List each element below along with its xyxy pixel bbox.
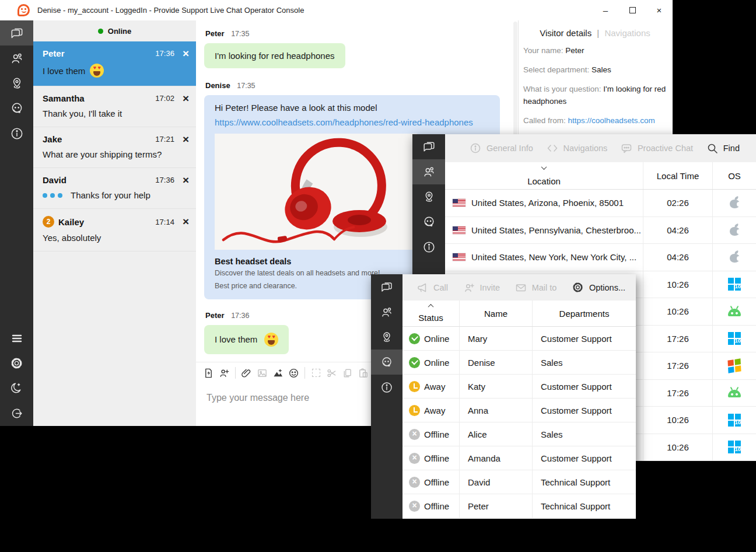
toolbar-label: Options... xyxy=(589,283,625,292)
column-header-name[interactable]: Name xyxy=(460,301,533,326)
tab-visitor-details[interactable]: Visitor details xyxy=(540,28,592,38)
heart-eyes-emoji-icon xyxy=(90,64,104,78)
sidebar-item-visitors[interactable] xyxy=(412,159,445,184)
sidebar-item-info[interactable] xyxy=(0,121,33,146)
message-author: Peter xyxy=(205,311,225,320)
sidebar-item-operators[interactable] xyxy=(0,96,33,121)
close-button[interactable]: × xyxy=(646,0,673,20)
send-picture-button[interactable] xyxy=(270,365,286,380)
sidebar-item-settings[interactable] xyxy=(0,351,33,376)
sidebar-item-visitors[interactable] xyxy=(0,46,33,71)
emoji-button[interactable] xyxy=(286,365,302,380)
sidebar-item-geo-location[interactable] xyxy=(412,184,445,209)
offline-status-icon xyxy=(409,429,420,440)
cut-button[interactable] xyxy=(324,365,340,380)
visitor-row[interactable]: United States, Pennsylvania, Chesterbroo… xyxy=(445,217,756,244)
operator-status[interactable]: Online xyxy=(33,20,196,41)
sidebar-item-menu[interactable] xyxy=(0,326,33,351)
operator-row[interactable]: Offline Peter Technical Support xyxy=(402,494,636,518)
operator-row[interactable]: Offline David Technical Support xyxy=(402,470,636,494)
operator-status-text: Offline xyxy=(424,501,449,511)
visitor-row[interactable]: United States, New York, New York City, … xyxy=(445,244,756,271)
sidebar-item-info[interactable] xyxy=(371,375,402,400)
operator-row[interactable]: Offline Alice Sales xyxy=(402,422,636,446)
close-chat-icon[interactable]: × xyxy=(183,95,189,103)
sidebar-item-operators[interactable] xyxy=(412,209,445,235)
proactive-chat-button[interactable]: Proactive Chat xyxy=(621,142,693,154)
operator-row[interactable]: Offline Amanda Customer Support xyxy=(402,446,636,470)
envelope-icon xyxy=(515,282,527,294)
field-label: Called from: xyxy=(523,116,568,125)
operator-department: Technical Support xyxy=(541,501,610,511)
called-from-link[interactable]: https://coolheadsets.com xyxy=(568,116,655,125)
tab-navigations[interactable]: Navigations xyxy=(604,28,650,38)
close-chat-icon[interactable]: × xyxy=(183,218,189,226)
visitor-message-bubble: I'm looking for red headphones xyxy=(204,43,345,68)
insert-image-button[interactable] xyxy=(254,365,270,380)
sidebar-item-operators[interactable] xyxy=(371,350,402,375)
sort-ascending-icon xyxy=(428,304,434,310)
shared-image-red-headphones[interactable] xyxy=(215,134,417,250)
operator-row[interactable]: Online Mary Customer Support xyxy=(402,327,636,351)
find-button[interactable]: Find xyxy=(706,142,740,154)
android-icon xyxy=(728,309,741,316)
minimize-button[interactable]: – xyxy=(592,0,619,20)
operator-headset-icon xyxy=(422,215,436,229)
navigations-button[interactable]: Navigations xyxy=(547,142,608,154)
sidebar-item-chats[interactable] xyxy=(412,134,445,159)
sidebar-item-sleep-mode[interactable] xyxy=(0,376,33,401)
paste-button[interactable] xyxy=(355,365,371,380)
options-button[interactable]: Options... xyxy=(572,281,625,294)
red-headphones-picture xyxy=(215,134,417,250)
visitor-local-time: 17:26 xyxy=(667,334,689,344)
chat-list-item[interactable]: 2 Kailey 17:14 × Yes, absolutely xyxy=(33,209,196,251)
mail-to-button[interactable]: Mail to xyxy=(515,282,557,294)
column-header-status[interactable]: Status xyxy=(402,301,460,326)
operators-toolbar: Call Invite Mail to Options... xyxy=(402,274,636,301)
toolbar-label: Proactive Chat xyxy=(638,144,693,153)
message-time: 17:36 xyxy=(231,312,249,320)
column-header-os[interactable]: OS xyxy=(713,162,756,189)
invite-operator-button[interactable] xyxy=(216,365,232,380)
copy-icon xyxy=(342,368,353,379)
sidebar-item-chats[interactable] xyxy=(371,274,402,299)
chat-list-item[interactable]: Peter 17:36 × I love them xyxy=(33,41,196,86)
attach-file-button[interactable] xyxy=(239,365,254,380)
general-info-button[interactable]: General Info xyxy=(470,142,533,154)
chat-list-item[interactable]: Samantha 17:02 × Thank you, I'll take it xyxy=(33,86,196,127)
sidebar-item-geo-location[interactable] xyxy=(0,71,33,96)
image-icon xyxy=(257,368,268,379)
search-icon xyxy=(706,142,718,154)
column-header-departments[interactable]: Departments xyxy=(533,301,636,326)
chat-last-message: Thank you, I'll take it xyxy=(43,109,122,118)
select-area-button[interactable] xyxy=(308,365,324,380)
operator-row[interactable]: Away Katy Customer Support xyxy=(402,375,636,399)
column-header-location[interactable]: Location xyxy=(445,162,643,189)
operator-row[interactable]: Away Anna Customer Support xyxy=(402,399,636,422)
column-header-local-time[interactable]: Local Time xyxy=(643,162,713,189)
operator-row[interactable]: Online Denise Sales xyxy=(402,351,636,375)
maximize-button[interactable] xyxy=(619,0,646,20)
close-chat-icon[interactable]: × xyxy=(183,50,189,58)
sidebar-item-visitors[interactable] xyxy=(371,299,402,324)
close-chat-icon[interactable]: × xyxy=(183,135,189,144)
chat-list-item[interactable]: Jake 17:21 × What are your shipping term… xyxy=(33,127,196,168)
sidebar-item-chats[interactable] xyxy=(0,20,33,46)
unread-count-badge: 2 xyxy=(43,216,54,228)
message-link[interactable]: https://www.coolheadsets.com/headphones/… xyxy=(215,117,489,127)
field-label: What is your question: xyxy=(523,85,603,93)
sidebar-item-logout[interactable] xyxy=(0,401,33,426)
sidebar-item-info[interactable] xyxy=(412,235,445,260)
call-button[interactable]: Call xyxy=(416,282,448,294)
sidebar-item-geo-location[interactable] xyxy=(371,324,402,350)
close-chat-icon[interactable]: × xyxy=(183,176,189,184)
invite-button[interactable]: Invite xyxy=(463,282,501,294)
visitor-row[interactable]: United States, Arizona, Phoenix, 85001 0… xyxy=(445,190,756,217)
chat-list-item[interactable]: David 17:36 × Thanks for your help xyxy=(33,168,196,209)
gear-icon xyxy=(572,281,584,294)
canned-response-icon xyxy=(203,368,214,379)
megaphone-icon xyxy=(416,282,428,294)
windows-10-icon xyxy=(728,441,741,453)
copy-button[interactable] xyxy=(340,365,355,380)
canned-responses-button[interactable] xyxy=(201,365,216,380)
